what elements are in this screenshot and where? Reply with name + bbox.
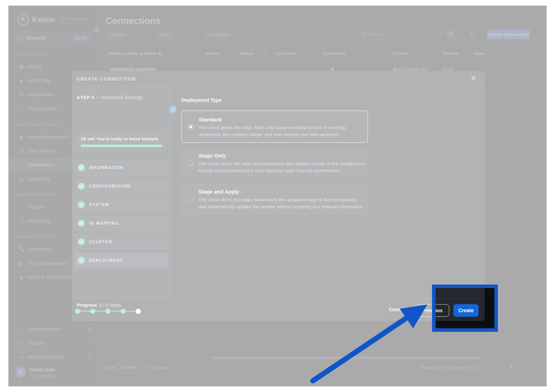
step-system[interactable]: SYSTEM	[74, 197, 169, 213]
progress-dot-done	[75, 309, 80, 314]
modal-title: CREATE CONNECTION	[77, 76, 136, 82]
progress-dot-done	[121, 309, 126, 314]
step-deployment[interactable]: DEPLOYMENT	[74, 252, 169, 268]
check-icon	[78, 257, 85, 264]
ready-banner: All set! You're ready to move forward.	[76, 133, 166, 152]
create-connection-modal: CREATE CONNECTION STEP 5•Advanced Settin…	[72, 71, 485, 321]
cancel-button[interactable]: Cancel	[389, 307, 405, 312]
divider	[72, 124, 173, 124]
check-icon	[78, 183, 85, 190]
wizard-side-panel: STEP 5•Advanced Settings All set! You're…	[72, 86, 173, 299]
annotation-highlight-box	[432, 285, 498, 332]
radio-unselected[interactable]	[188, 160, 193, 166]
radio-selected[interactable]	[188, 124, 194, 130]
progress-bar	[81, 145, 162, 147]
radio-unselected[interactable]	[188, 196, 193, 202]
check-icon	[78, 220, 85, 227]
progress-dot-done	[90, 309, 95, 314]
panel-collapse-button[interactable]: ‹	[169, 106, 177, 113]
check-icon	[78, 238, 85, 245]
step-cluster[interactable]: CLUSTER	[74, 234, 169, 250]
modal-footer: Progress: 5 / 5 Steps Cancel Previous Cr…	[72, 299, 485, 321]
step-indicator: STEP 5•Advanced Settings	[77, 94, 143, 100]
chevron-left-icon: ‹	[172, 107, 173, 112]
step-configuration[interactable]: CONFIGURATION	[74, 178, 169, 194]
option-stage-and-apply[interactable]: Stage and Apply The cloud alerts the edg…	[181, 183, 368, 215]
progress-label: Progress: 5 / 5 Steps	[77, 302, 121, 308]
check-icon	[78, 164, 85, 171]
check-icon	[78, 201, 85, 208]
app-root: K Kelvin BETA Environment (DEV) ✦ Kelvin…	[8, 6, 547, 386]
step-io-mapping[interactable]: IO MAPPING	[74, 215, 169, 231]
deployment-type-label: Deployment Type	[181, 97, 222, 103]
modal-header: CREATE CONNECTION	[72, 71, 485, 86]
option-stage-only[interactable]: Stage Only The cloud alerts the edge and…	[181, 147, 368, 179]
close-icon[interactable]	[471, 76, 476, 82]
option-standard[interactable]: Standard The cloud alerts the edge, halt…	[181, 111, 368, 143]
progress-dot-done	[105, 309, 110, 314]
step-information[interactable]: INFORMATION	[74, 160, 169, 176]
progress-dot-current	[136, 309, 141, 314]
